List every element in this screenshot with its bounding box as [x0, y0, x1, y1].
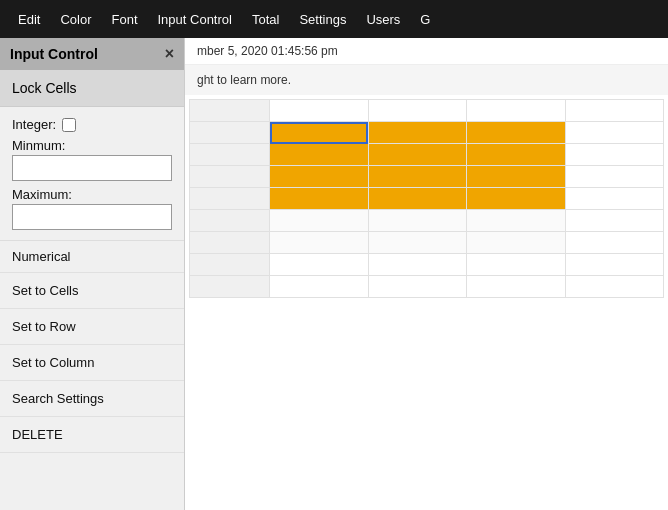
row-header: [190, 100, 270, 122]
sheet-container[interactable]: [185, 95, 668, 510]
table-cell[interactable]: [368, 166, 467, 188]
table-row: [190, 232, 664, 254]
lock-cells-item[interactable]: Lock Cells: [0, 70, 184, 107]
set-to-column-item[interactable]: Set to Column: [0, 345, 184, 381]
row-header: [190, 144, 270, 166]
date-text: mber 5, 2020 01:45:56 pm: [197, 44, 338, 58]
maximum-input[interactable]: [12, 204, 172, 230]
table-cell[interactable]: [467, 254, 566, 276]
numerical-row: Numerical: [0, 241, 184, 273]
info-bar: ght to learn more.: [185, 65, 668, 95]
search-settings-item[interactable]: Search Settings: [0, 381, 184, 417]
close-button[interactable]: ×: [165, 46, 174, 62]
table-cell[interactable]: [565, 100, 664, 122]
menu-users[interactable]: Users: [356, 6, 410, 33]
table-cell[interactable]: [467, 210, 566, 232]
table-cell[interactable]: [270, 210, 369, 232]
table-cell[interactable]: [270, 166, 369, 188]
table-cell[interactable]: [368, 188, 467, 210]
table-row: [190, 210, 664, 232]
minimum-input[interactable]: [12, 155, 172, 181]
sidebar-title: Input Control: [10, 46, 98, 62]
menu-bar: Edit Color Font Input Control Total Sett…: [0, 0, 668, 38]
table-cell[interactable]: [368, 276, 467, 298]
table-cell[interactable]: [368, 122, 467, 144]
table-cell[interactable]: [565, 166, 664, 188]
table-cell[interactable]: [368, 144, 467, 166]
table-cell[interactable]: [270, 276, 369, 298]
table-cell[interactable]: [565, 144, 664, 166]
table-row: [190, 100, 664, 122]
menu-settings[interactable]: Settings: [289, 6, 356, 33]
table-row: [190, 166, 664, 188]
row-header: [190, 122, 270, 144]
integer-row: Integer:: [12, 117, 172, 132]
table-cell[interactable]: [467, 276, 566, 298]
maximum-label: Maximum:: [12, 187, 172, 202]
row-header: [190, 254, 270, 276]
table-cell[interactable]: [368, 232, 467, 254]
menu-g[interactable]: G: [410, 6, 440, 33]
numerical-label: Numerical: [12, 249, 71, 264]
table-cell[interactable]: [467, 232, 566, 254]
integer-section: Integer: Minmum: Maximum:: [0, 107, 184, 241]
maximum-group: Maximum:: [12, 187, 172, 230]
table-cell[interactable]: [467, 100, 566, 122]
sheet-table: [189, 99, 664, 298]
table-cell[interactable]: [565, 254, 664, 276]
table-cell[interactable]: [467, 122, 566, 144]
row-header: [190, 232, 270, 254]
set-to-row-item[interactable]: Set to Row: [0, 309, 184, 345]
row-header: [190, 166, 270, 188]
table-cell[interactable]: [565, 210, 664, 232]
table-cell[interactable]: [368, 254, 467, 276]
table-cell[interactable]: [368, 210, 467, 232]
table-cell[interactable]: [565, 232, 664, 254]
spreadsheet-area: mber 5, 2020 01:45:56 pm ght to learn mo…: [185, 38, 668, 510]
table-cell[interactable]: [467, 144, 566, 166]
info-text: ght to learn more.: [197, 73, 291, 87]
menu-input-control[interactable]: Input Control: [148, 6, 242, 33]
delete-item[interactable]: DELETE: [0, 417, 184, 453]
table-row: [190, 188, 664, 210]
table-cell[interactable]: [270, 232, 369, 254]
row-header: [190, 188, 270, 210]
sidebar-header: Input Control ×: [0, 38, 184, 70]
row-header: [190, 210, 270, 232]
main-area: Input Control × Lock Cells Integer: Minm…: [0, 38, 668, 510]
table-cell[interactable]: [270, 254, 369, 276]
sidebar: Input Control × Lock Cells Integer: Minm…: [0, 38, 185, 510]
table-cell[interactable]: [368, 100, 467, 122]
menu-total[interactable]: Total: [242, 6, 289, 33]
set-to-cells-item[interactable]: Set to Cells: [0, 273, 184, 309]
integer-checkbox[interactable]: [62, 118, 76, 132]
date-bar: mber 5, 2020 01:45:56 pm: [185, 38, 668, 65]
table-row: [190, 254, 664, 276]
row-header: [190, 276, 270, 298]
table-row: [190, 122, 664, 144]
table-row: [190, 276, 664, 298]
minimum-label: Minmum:: [12, 138, 172, 153]
menu-color[interactable]: Color: [50, 6, 101, 33]
table-cell[interactable]: [467, 188, 566, 210]
minimum-group: Minmum:: [12, 138, 172, 181]
table-cell-selected[interactable]: [270, 122, 369, 144]
table-cell[interactable]: [270, 100, 369, 122]
integer-label: Integer:: [12, 117, 56, 132]
table-cell[interactable]: [270, 188, 369, 210]
table-cell[interactable]: [565, 122, 664, 144]
menu-font[interactable]: Font: [101, 6, 147, 33]
table-cell[interactable]: [565, 188, 664, 210]
table-cell[interactable]: [270, 144, 369, 166]
table-cell[interactable]: [467, 166, 566, 188]
table-cell[interactable]: [565, 276, 664, 298]
table-row: [190, 144, 664, 166]
menu-edit[interactable]: Edit: [8, 6, 50, 33]
